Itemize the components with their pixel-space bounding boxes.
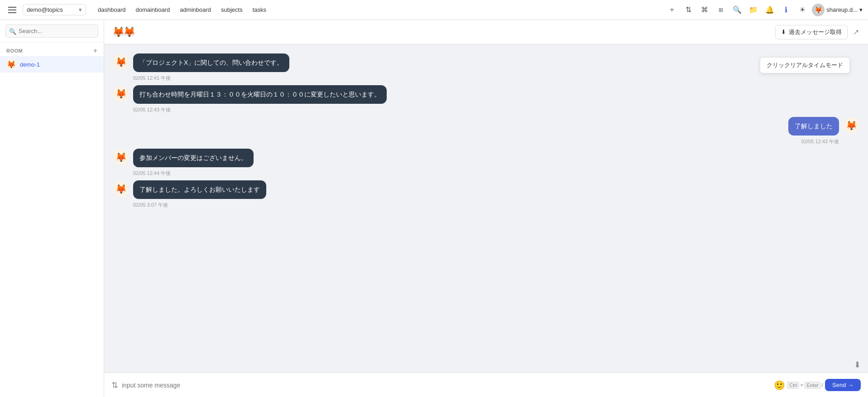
nav-adminboard[interactable]: adminboard bbox=[175, 5, 216, 15]
fetch-past-messages-button[interactable]: ⬇ 過去メッセージ取得 bbox=[775, 25, 848, 39]
message-text: 打ち合わせ時間を月曜日１３：００を火曜日の１０：００に変更したいと思います。 bbox=[139, 91, 380, 98]
nav-tasks[interactable]: tasks bbox=[248, 5, 271, 15]
topnav: demo@topics ▾ dashboard domainboard admi… bbox=[0, 0, 868, 20]
message-bubble: 了解しました bbox=[788, 117, 839, 136]
search-button[interactable]: 🔍 bbox=[730, 3, 744, 17]
workspace-selector[interactable]: demo@topics ▾ bbox=[23, 4, 86, 15]
fetch-past-label: 過去メッセージ取得 bbox=[789, 28, 842, 36]
message-input[interactable] bbox=[122, 382, 770, 389]
ctrl-key: Ctrl bbox=[787, 382, 799, 389]
main-layout: 🔍 ROOM + 🦊 demo-1 ··· 🦊 🦊 ⬇ bbox=[0, 20, 868, 397]
message-timestamp: 02/05 12:44 午後 bbox=[113, 170, 859, 177]
message-group-2: 🦊 打ち合わせ時間を月曜日１３：００を火曜日の１０：００に変更したいと思います。… bbox=[113, 85, 859, 113]
table-row: 🦊 了解しました。よろしくお願いいたします bbox=[113, 180, 859, 199]
avatar: 🦊 bbox=[113, 181, 129, 197]
message-timestamp: 02/05 12:43 午後 bbox=[113, 107, 859, 113]
folder-button[interactable]: 📁 bbox=[747, 3, 760, 17]
chat-header: 🦊 🦊 ⬇ 過去メッセージ取得 ↗ bbox=[104, 20, 868, 44]
realtime-mode-label: クリックリアルタイムモード bbox=[767, 62, 843, 68]
download-icon[interactable]: ⬇ bbox=[854, 360, 861, 370]
room-avatar: 🦊 bbox=[6, 59, 16, 69]
topnav-right: ＋ ⇅ ⌘ ⊞ 🔍 📁 🔔 ℹ ☀ 🦊 shareup.d... ▾ bbox=[665, 3, 863, 17]
chat-area: 🦊 🦊 ⬇ 過去メッセージ取得 ↗ クリックリアルタイムモード 🦊 bbox=[104, 20, 868, 397]
message-timestamp: 02/05 12:41 午後 bbox=[113, 75, 859, 82]
fox-icon: 🦊 bbox=[6, 59, 16, 69]
message-group-4: 🦊 参加メンバーの変更はございません。 02/05 12:44 午後 bbox=[113, 149, 859, 177]
download-icon: ⬇ bbox=[781, 29, 786, 35]
profile-name: shareup.d... bbox=[826, 6, 858, 13]
sidebar: 🔍 ROOM + 🦊 demo-1 ··· bbox=[0, 20, 104, 397]
fox-icon: 🦊 bbox=[113, 181, 129, 197]
profile-menu[interactable]: 🦊 shareup.d... ▾ bbox=[812, 4, 863, 16]
menu-toggle-button[interactable] bbox=[5, 3, 19, 17]
message-text: 了解しました。よろしくお願いいたします bbox=[139, 186, 260, 193]
room-label: ROOM bbox=[6, 48, 23, 53]
theme-toggle-button[interactable]: ☀ bbox=[796, 3, 809, 17]
input-area: ⇅ 🙂 Ctrl + Enter / Send → bbox=[104, 373, 868, 397]
main-nav: dashboard domainboard adminboard subject… bbox=[93, 5, 271, 15]
avatar: 🦊 bbox=[844, 118, 859, 133]
fox-icon: 🦊 bbox=[844, 118, 859, 133]
send-label: Send → bbox=[832, 382, 854, 388]
table-row: 🦊 了解しました bbox=[113, 117, 859, 136]
nav-dashboard[interactable]: dashboard bbox=[93, 5, 130, 15]
table-row: 🦊 参加メンバーの変更はございません。 bbox=[113, 149, 859, 167]
expand-input-button[interactable]: ⇅ bbox=[111, 380, 118, 390]
up-down-icon[interactable]: ⇅ bbox=[681, 3, 695, 17]
keyboard-shortcut-hint: Ctrl + Enter / bbox=[787, 382, 823, 389]
nav-domainboard[interactable]: domainboard bbox=[131, 5, 174, 15]
avatar: 🦊 bbox=[113, 54, 129, 70]
sidebar-search-area: 🔍 bbox=[0, 20, 104, 43]
fox-icon: 🦊 bbox=[113, 86, 129, 102]
chat-header-avatars: 🦊 🦊 bbox=[111, 25, 136, 39]
search-input[interactable] bbox=[5, 24, 98, 38]
add-button[interactable]: ＋ bbox=[665, 3, 679, 17]
nav-subjects[interactable]: subjects bbox=[216, 5, 247, 15]
message-text: 参加メンバーの変更はございません。 bbox=[139, 154, 247, 161]
slash-sym: / bbox=[822, 382, 823, 388]
chevron-down-icon: ▾ bbox=[79, 6, 82, 13]
collapse-icon[interactable]: ↗ bbox=[851, 26, 861, 38]
workspace-name: demo@topics bbox=[27, 6, 63, 13]
message-timestamp: 02/05 12:43 午後 bbox=[113, 138, 859, 145]
message-bubble: 打ち合わせ時間を月曜日１３：００を火曜日の１０：００に変更したいと思います。 bbox=[133, 85, 387, 104]
emoji-button[interactable]: 🙂 bbox=[774, 380, 785, 391]
room-section-header: ROOM + bbox=[0, 43, 104, 56]
message-bubble: 「プロジェクトX」に関しての、問い合わせです。 bbox=[133, 53, 289, 72]
sidebar-item-demo1[interactable]: 🦊 demo-1 ··· bbox=[0, 56, 104, 73]
room-name: demo-1 bbox=[20, 61, 88, 68]
message-bubble: 了解しました。よろしくお願いいたします bbox=[133, 180, 266, 199]
message-group-3: 🦊 了解しました 02/05 12:43 午後 bbox=[113, 117, 859, 145]
hamburger-icon bbox=[6, 4, 19, 16]
table-row: 🦊 「プロジェクトX」に関しての、問い合わせです。 bbox=[113, 53, 859, 72]
message-group-1: 🦊 「プロジェクトX」に関しての、問い合わせです。 02/05 12:41 午後 bbox=[113, 53, 859, 82]
info-button[interactable]: ℹ bbox=[779, 3, 793, 17]
chat-header-right: ⬇ 過去メッセージ取得 ↗ bbox=[775, 25, 861, 39]
messages-area: 🦊 「プロジェクトX」に関しての、問い合わせです。 02/05 12:41 午後… bbox=[104, 44, 868, 373]
fox-icon: 🦊 bbox=[113, 54, 129, 70]
search-wrap: 🔍 bbox=[5, 24, 98, 38]
add-room-button[interactable]: + bbox=[93, 47, 97, 54]
profile-chevron: ▾ bbox=[859, 6, 863, 13]
message-text: 了解しました bbox=[795, 122, 833, 130]
input-right-controls: 🙂 Ctrl + Enter / Send → bbox=[774, 379, 861, 391]
avatar: 🦊 bbox=[113, 86, 129, 102]
table-row: 🦊 打ち合わせ時間を月曜日１３：００を火曜日の１０：００に変更したいと思います。 bbox=[113, 85, 859, 104]
notification-bell-button[interactable]: 🔔 bbox=[763, 3, 777, 17]
send-button[interactable]: Send → bbox=[825, 379, 861, 391]
message-group-5: 🦊 了解しました。よろしくお願いいたします 02/05 3:07 午後 bbox=[113, 180, 859, 208]
message-bubble: 参加メンバーの変更はございません。 bbox=[133, 149, 254, 167]
plus-sym: + bbox=[800, 382, 803, 388]
realtime-mode-tooltip[interactable]: クリックリアルタイムモード bbox=[760, 57, 850, 73]
profile-avatar: 🦊 bbox=[812, 4, 825, 16]
message-text: 「プロジェクトX」に関しての、問い合わせです。 bbox=[139, 59, 283, 66]
fox-icon: 🦊 bbox=[113, 150, 129, 165]
command-icon[interactable]: ⌘ bbox=[698, 3, 711, 17]
command-extra-icon[interactable]: ⊞ bbox=[714, 3, 728, 17]
avatar: 🦊 bbox=[113, 150, 129, 165]
message-timestamp: 02/05 3:07 午後 bbox=[113, 202, 859, 208]
enter-key: Enter bbox=[804, 382, 820, 389]
